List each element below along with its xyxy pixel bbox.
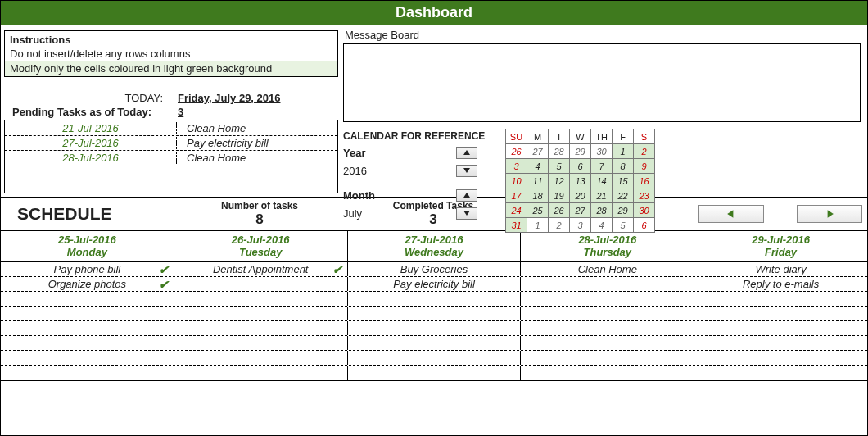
calendar-day[interactable]: 24 [506,203,527,218]
schedule-cell[interactable]: Clean Home [521,262,694,276]
calendar-day[interactable]: 9 [634,159,655,174]
schedule-cell[interactable] [1,307,174,320]
calendar-day[interactable]: 3 [570,218,591,233]
schedule-cell[interactable]: Pay phone bill✔ [1,262,174,276]
pending-task-row: 28-Jul-2016Clean Home [5,151,337,165]
schedule-cell[interactable] [348,336,522,350]
prev-week-button[interactable] [698,205,764,223]
schedule-cell[interactable] [1,366,174,380]
calendar-day[interactable]: 29 [570,144,591,159]
calendar-day[interactable]: 29 [613,203,634,218]
schedule-cell[interactable] [174,351,348,365]
calendar-day[interactable]: 11 [527,174,549,188]
calendar-day[interactable]: 4 [527,159,549,174]
day-name: Wednesday [348,246,521,261]
schedule-cell[interactable] [348,366,522,380]
schedule-cell[interactable] [174,292,348,306]
calendar-dow: F [613,129,634,144]
calendar-day[interactable]: 7 [591,159,613,174]
calendar-day[interactable]: 12 [549,174,570,188]
calendar-day[interactable]: 19 [549,188,570,203]
day-date: 29-Jul-2016 [694,231,867,246]
schedule-cell[interactable] [1,292,174,306]
calendar-day[interactable]: 30 [591,144,613,159]
schedule-cell[interactable] [694,351,867,365]
calendar-day[interactable]: 28 [591,203,613,218]
year-down-button[interactable] [456,165,477,177]
calendar-day[interactable]: 5 [549,159,570,174]
month-value[interactable]: July [343,207,382,220]
dashboard-frame: Dashboard Instructions Do not insert/del… [0,0,868,436]
schedule-cell[interactable] [348,351,522,365]
calendar-day[interactable]: 26 [549,203,570,218]
schedule-cell[interactable] [521,307,694,320]
schedule-cell[interactable] [174,336,348,350]
message-board-input[interactable] [343,43,861,122]
month-down-button[interactable] [456,207,477,220]
calendar-day[interactable]: 2 [549,218,570,233]
calendar-day[interactable]: 27 [570,203,591,218]
calendar-day[interactable]: 6 [570,159,591,174]
schedule-cell[interactable] [521,321,694,335]
schedule-cell[interactable] [348,292,522,306]
calendar-day[interactable]: 8 [613,159,634,174]
calendar-day[interactable]: 10 [506,174,527,188]
calendar-day[interactable]: 20 [570,188,591,203]
calendar-day[interactable]: 3 [506,159,527,174]
schedule-cell[interactable] [1,351,174,365]
schedule-cell[interactable] [521,366,694,380]
pending-label: Pending Tasks as of Today: [7,106,178,118]
calendar-day[interactable]: 28 [549,144,570,159]
calendar-day[interactable]: 30 [634,203,655,218]
instructions-line-highlight: Modify only the cells coloured in light … [5,61,337,76]
year-value[interactable]: 2016 [343,165,382,177]
schedule-cell[interactable]: Dentist Appointment✔ [174,262,348,276]
schedule-cell[interactable]: Pay electricity bill [348,277,522,291]
calendar-day[interactable]: 4 [591,218,613,233]
schedule-cell[interactable] [174,366,348,380]
schedule-cell[interactable] [348,321,522,335]
calendar-day[interactable]: 2 [634,144,655,159]
schedule-cell[interactable] [1,336,174,350]
month-up-button[interactable] [456,189,477,202]
calendar-day[interactable]: 25 [527,203,549,218]
schedule-cell[interactable]: Organize photos✔ [1,277,174,291]
schedule-cell[interactable] [694,292,867,306]
calendar-day[interactable]: 6 [634,218,655,233]
calendar-day[interactable]: 27 [527,144,549,159]
svg-marker-0 [463,150,470,155]
calendar-day[interactable]: 31 [506,218,527,233]
calendar-day[interactable]: 26 [506,144,527,159]
schedule-cell[interactable] [521,292,694,306]
calendar-day[interactable]: 13 [570,174,591,188]
calendar-day[interactable]: 18 [527,188,549,203]
calendar-day[interactable]: 1 [527,218,549,233]
schedule-cell[interactable] [174,277,348,291]
schedule-cell[interactable]: Buy Groceries [348,262,522,276]
schedule-cell[interactable]: Write diary [694,262,867,276]
calendar-day[interactable]: 22 [613,188,634,203]
schedule-cell[interactable] [694,321,867,335]
schedule-cell[interactable] [694,336,867,350]
schedule-cell[interactable] [694,307,867,320]
calendar-day[interactable]: 14 [591,174,613,188]
calendar-day[interactable]: 23 [634,188,655,203]
schedule-cell[interactable] [1,321,174,335]
calendar-day[interactable]: 15 [613,174,634,188]
schedule-cell[interactable] [521,336,694,350]
calendar-dow: M [527,129,549,144]
year-up-button[interactable] [456,147,477,159]
calendar-day[interactable]: 16 [634,174,655,188]
calendar-day[interactable]: 21 [591,188,613,203]
schedule-cell[interactable] [694,366,867,380]
calendar-day[interactable]: 1 [613,144,634,159]
schedule-cell[interactable]: Reply to e-mails [694,277,867,291]
schedule-cell[interactable] [174,307,348,320]
schedule-cell[interactable] [348,307,522,320]
schedule-cell[interactable] [174,321,348,335]
schedule-cell[interactable] [521,351,694,365]
calendar-day[interactable]: 17 [506,188,527,203]
next-week-button[interactable] [797,205,862,223]
calendar-day[interactable]: 5 [613,218,634,233]
schedule-cell[interactable] [521,277,694,291]
